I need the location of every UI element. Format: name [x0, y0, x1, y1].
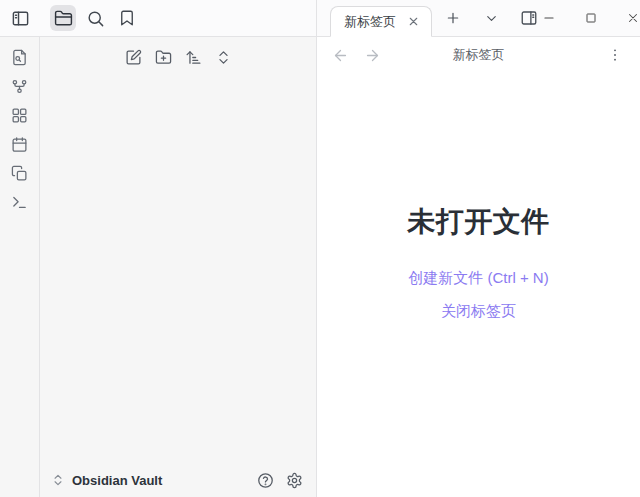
main-pane: 新标签页	[317, 0, 640, 497]
settings-button[interactable]	[283, 469, 305, 491]
plus-icon	[445, 10, 461, 26]
window-controls	[541, 0, 640, 36]
tab-close-button[interactable]	[405, 14, 421, 30]
window-minimize-button[interactable]	[541, 10, 557, 26]
tab-files[interactable]	[50, 5, 76, 31]
calendar-icon	[11, 136, 28, 153]
layout-grid-icon	[11, 107, 28, 124]
tab-bar-actions	[441, 0, 541, 36]
panel-right-icon	[520, 9, 538, 27]
ribbon-templates-button[interactable]	[8, 161, 32, 185]
tab-search[interactable]	[82, 5, 108, 31]
ribbon-daily-note-button[interactable]	[8, 132, 32, 156]
window-maximize-button[interactable]	[583, 10, 599, 26]
chevron-down-icon	[484, 11, 499, 26]
new-note-button[interactable]	[122, 46, 144, 68]
folder-plus-icon	[155, 49, 172, 66]
vault-footer: Obsidian Vault	[40, 463, 316, 497]
help-circle-icon	[257, 472, 274, 489]
window-close-button[interactable]	[625, 10, 640, 26]
file-list-empty	[40, 68, 316, 463]
new-folder-button[interactable]	[152, 46, 174, 68]
empty-state: 未打开文件 创建新文件 (Ctrl + N) 关闭标签页	[317, 57, 640, 481]
help-button[interactable]	[254, 469, 276, 491]
tab-list-button[interactable]	[479, 6, 503, 30]
graph-icon	[11, 78, 28, 95]
ribbon-command-palette-button[interactable]	[8, 190, 32, 214]
new-tab-button[interactable]	[441, 6, 465, 30]
toggle-right-sidebar-button[interactable]	[517, 6, 541, 30]
chevrons-up-down-icon	[215, 49, 232, 66]
square-pen-icon	[125, 49, 142, 66]
explorer-action-bar	[40, 37, 316, 68]
file-explorer-pane: Obsidian Vault	[40, 37, 316, 497]
terminal-icon	[11, 194, 28, 211]
ribbon	[0, 37, 40, 497]
tab-new-tab[interactable]: 新标签页	[330, 6, 432, 37]
left-sidebar: Obsidian Vault	[0, 0, 317, 497]
ribbon-canvas-button[interactable]	[8, 103, 32, 127]
close-tab-link[interactable]: 关闭标签页	[441, 302, 516, 321]
left-toolbar	[0, 0, 316, 37]
search-icon	[86, 9, 105, 28]
sort-order-button[interactable]	[182, 46, 204, 68]
file-search-icon	[11, 49, 28, 66]
tab-bookmarks[interactable]	[114, 5, 140, 31]
toggle-left-sidebar-button[interactable]	[7, 5, 33, 31]
gear-icon	[286, 472, 303, 489]
bookmark-icon	[118, 9, 136, 27]
tab-label: 新标签页	[344, 13, 396, 31]
tab-bar: 新标签页	[317, 0, 640, 37]
vault-switcher[interactable]: Obsidian Vault	[51, 473, 162, 488]
ribbon-file-search-button[interactable]	[8, 45, 32, 69]
empty-state-title: 未打开文件	[407, 203, 550, 241]
create-new-file-link[interactable]: 创建新文件 (Ctrl + N)	[408, 269, 548, 288]
vault-chevrons-icon	[51, 473, 65, 487]
ribbon-graph-button[interactable]	[8, 74, 32, 98]
sort-ascending-icon	[185, 49, 202, 66]
copy-icon	[11, 165, 28, 182]
folder-icon	[54, 9, 73, 28]
collapse-all-button[interactable]	[212, 46, 234, 68]
vault-name: Obsidian Vault	[72, 473, 162, 488]
panel-left-icon	[11, 9, 30, 28]
